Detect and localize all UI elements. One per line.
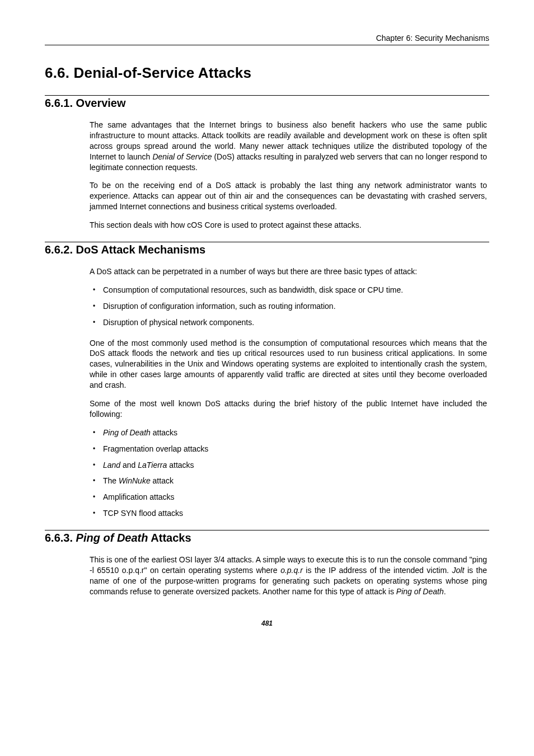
text: is the IP address of the intended victim… [303, 566, 452, 575]
section-title: 6.6. Denial-of-Service Attacks [45, 64, 489, 82]
italic-term: WinNuke [119, 476, 151, 485]
paragraph: To be on the receiving end of a DoS atta… [90, 180, 487, 212]
header-rule [45, 45, 489, 45]
divider [45, 242, 489, 242]
italic-term: Land [103, 461, 120, 469]
subsection-title: 6.6.2. DoS Attack Mechanisms [45, 243, 489, 256]
italic-term: Jolt [452, 566, 465, 575]
subsection-title: 6.6.1. Overview [45, 97, 489, 110]
list-item: Fragmentation overlap attacks [90, 444, 487, 454]
italic-term: o.p.q.r [280, 566, 303, 575]
text: attacks [167, 461, 194, 469]
list-item: Consumption of computational resources, … [90, 285, 487, 295]
list-item: Disruption of configuration information,… [90, 301, 487, 312]
bullet-list: Ping of Death attacks Fragmentation over… [90, 428, 487, 519]
paragraph: Some of the most well known DoS attacks … [90, 398, 487, 420]
divider [45, 95, 489, 96]
text: and [120, 461, 138, 469]
list-item: Amplification attacks [90, 492, 487, 503]
italic-term: Ping of Death [103, 428, 151, 437]
text: attack [151, 476, 174, 485]
italic-term: Ping of Death [396, 587, 444, 596]
divider [45, 530, 489, 530]
text: . [444, 587, 446, 596]
paragraph: The same advantages that the Internet br… [90, 120, 487, 172]
list-item: Disruption of physical network component… [90, 317, 487, 328]
list-item: The WinNuke attack [90, 476, 487, 486]
bullet-list: Consumption of computational resources, … [90, 285, 487, 328]
list-item: Land and LaTierra attacks [90, 460, 487, 471]
list-item: Ping of Death attacks [90, 428, 487, 438]
title-prefix: 6.6.3. [45, 532, 76, 544]
text: The [103, 476, 119, 485]
running-header: Chapter 6: Security Mechanisms [45, 34, 489, 43]
text: attacks [151, 428, 177, 437]
italic-title-term: Ping of Death [76, 532, 148, 544]
italic-term: Denial of Service [152, 152, 212, 161]
paragraph: A DoS attack can be perpetrated in a num… [90, 266, 487, 277]
paragraph: This section deals with how cOS Core is … [90, 220, 487, 231]
paragraph: One of the most commonly used method is … [90, 338, 487, 391]
list-item: TCP SYN flood attacks [90, 508, 487, 519]
paragraph: This is one of the earliest OSI layer 3/… [90, 555, 487, 597]
italic-term: LaTierra [138, 461, 167, 469]
subsection-title: 6.6.3. Ping of Death Attacks [45, 532, 489, 544]
page-number: 481 [45, 619, 489, 627]
title-suffix: Attacks [148, 532, 191, 544]
